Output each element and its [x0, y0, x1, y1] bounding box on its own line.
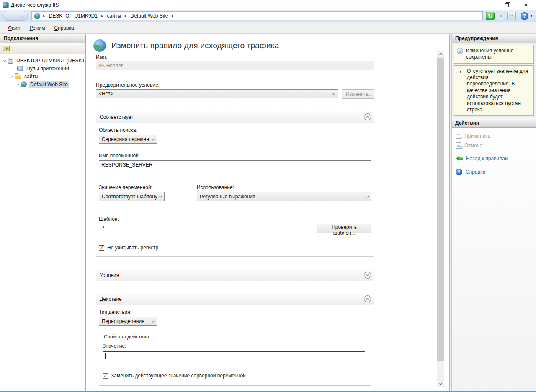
scope-select[interactable]: Серверная переменн: [99, 135, 157, 144]
address-bar: ← → ▸ DESKTOP-U1MK9D1 ▸ сайты ▸ Default …: [0, 10, 536, 22]
ignore-case-checkbox[interactable]: ✓: [99, 245, 104, 251]
close-icon: ✕: [524, 3, 528, 8]
chevron-up-icon: [439, 53, 442, 56]
menu-help[interactable]: Справка: [50, 23, 78, 33]
site-globe-icon: [21, 81, 27, 87]
connections-header: Подключения: [0, 34, 85, 43]
stop-button: ✕: [497, 12, 505, 20]
match-section-header[interactable]: Соответствует: [96, 111, 374, 123]
divider: [455, 165, 533, 165]
precondition-label: Предварительное условие:: [96, 82, 374, 88]
app-icon: [3, 2, 9, 8]
vertical-scrollbar[interactable]: [437, 51, 444, 387]
actions-pane: ✓ Применить ✕ Отмена Назад к правилам ? …: [452, 128, 536, 391]
action-type-label: Тип действия:: [99, 309, 371, 315]
feature-globe-icon: [93, 39, 106, 52]
minimize-button[interactable]: [478, 0, 497, 10]
value-input[interactable]: [103, 351, 365, 360]
action-type-select[interactable]: Переопределение: [99, 317, 157, 326]
help-link[interactable]: ? Справка: [455, 167, 533, 177]
warning-icon: !: [457, 69, 464, 75]
scrollbar-thumb[interactable]: [437, 58, 444, 361]
expand-button[interactable]: [364, 272, 371, 279]
apply-icon: ✓: [456, 133, 461, 139]
breadcrumb-sites[interactable]: сайты: [106, 13, 122, 19]
help-icon: ?: [456, 169, 462, 175]
chevron-down-icon: [152, 137, 155, 140]
minimize-icon: [485, 5, 490, 5]
variable-name-input[interactable]: [99, 160, 371, 169]
divider: [455, 152, 533, 152]
chevron-down-icon: [332, 92, 335, 95]
collapse-button[interactable]: [364, 113, 371, 120]
sites-folder-icon: [15, 74, 21, 79]
restore-button[interactable]: [497, 0, 516, 10]
tree-item-default-web-site[interactable]: Default Web Site: [0, 80, 85, 88]
back-nav-button[interactable]: ←: [6, 13, 12, 19]
cancel-button: ✕ Отмена: [455, 141, 533, 150]
save-connection-icon[interactable]: [3, 46, 10, 51]
action-properties-group: Свойства действия Значение: ✓ Заменить д…: [99, 337, 371, 386]
address-toolbar: ↻ ✕ ⌂ ? ▾: [486, 12, 532, 20]
page-header: Изменить правило для исходящего трафика: [93, 39, 374, 52]
connections-toolbar: [0, 43, 85, 54]
expander-icon[interactable]: [3, 59, 6, 62]
forward-nav-button[interactable]: →: [19, 13, 24, 19]
tree-item-sites[interactable]: сайты: [0, 72, 85, 80]
breadcrumb-site[interactable]: Default Web Site: [130, 13, 169, 19]
help-icon[interactable]: ?: [521, 12, 528, 20]
replace-value-label: Заменить действующее значение серверной …: [111, 373, 246, 379]
precondition-select[interactable]: <Нет>: [96, 89, 338, 98]
warning-alert-text: Отсутствует значение для действия переоп…: [467, 68, 531, 113]
right-pane: Предупреждения i Изменения успешно сохра…: [451, 34, 536, 391]
back-arrow-icon: [456, 156, 463, 161]
usage-select[interactable]: Регулярные выражения: [197, 192, 371, 201]
cancel-icon: ✕: [456, 142, 461, 149]
tree-item-server[interactable]: DESKTOP-U1MK9D1 (DESKTOI: [0, 56, 85, 64]
scroll-up-button[interactable]: [437, 51, 444, 58]
expander-icon[interactable]: [10, 75, 13, 78]
home-button[interactable]: ⌂: [507, 12, 516, 20]
back-to-rules-link[interactable]: Назад к правилам: [455, 154, 533, 163]
chevron-down-icon: [159, 195, 162, 197]
conditions-section: Условия: [96, 269, 374, 281]
help-dropdown-caret[interactable]: ▾: [531, 14, 532, 18]
conditions-section-header[interactable]: Условия: [96, 269, 374, 281]
name-label: Имя:: [96, 54, 374, 60]
action-properties-legend: Свойства действия: [102, 334, 150, 340]
scope-label: Область поиска:: [99, 127, 371, 133]
edit-precondition-button: Изменить...: [342, 89, 374, 99]
warnings-header: Предупреждения: [452, 34, 536, 43]
ignore-case-label: Не учитывать регистр: [107, 245, 158, 251]
variable-value-select[interactable]: Соответствует шаблону: [99, 192, 165, 201]
breadcrumb[interactable]: ▸ DESKTOP-U1MK9D1 ▸ сайты ▸ Default Web …: [31, 11, 483, 20]
connections-tree: DESKTOP-U1MK9D1 (DESKTOI Пулы приложений…: [0, 54, 85, 88]
ignore-case-row: ✓ Не учитывать регистр: [99, 245, 371, 251]
collapse-button[interactable]: [364, 295, 371, 302]
connections-panel: Подключения DESKTOP-U1MK9D1 (DESKTOI Пул…: [0, 34, 86, 391]
toolbar-divider: [518, 12, 518, 20]
tree-item-app-pools[interactable]: Пулы приложений: [0, 64, 85, 72]
breadcrumb-separator: ▸: [170, 14, 175, 18]
restore-icon: [505, 3, 509, 7]
chevron-up-icon: [366, 298, 369, 301]
name-input: [96, 61, 374, 70]
match-section: Соответствует Область поиска: Серверная …: [96, 111, 374, 257]
info-icon: i: [457, 48, 463, 54]
menu-view[interactable]: Режим: [26, 23, 49, 33]
breadcrumb-separator: ▸: [100, 14, 105, 18]
replace-value-checkbox[interactable]: ✓: [103, 373, 108, 379]
scroll-down-button[interactable]: [437, 380, 444, 387]
menu-file[interactable]: Файл: [4, 23, 25, 33]
expander-icon[interactable]: [16, 83, 19, 86]
action-section-header[interactable]: Действие: [96, 293, 374, 305]
pattern-input[interactable]: [99, 224, 316, 233]
chevron-up-icon: [366, 116, 369, 119]
pattern-label: Шаблон:: [99, 216, 371, 222]
chevron-down-icon: [439, 382, 442, 385]
test-pattern-button[interactable]: Проверить шаблон...: [317, 224, 371, 233]
site-globe-icon: [34, 13, 40, 19]
refresh-button[interactable]: ↻: [486, 12, 495, 20]
breadcrumb-server[interactable]: DESKTOP-U1MK9D1: [48, 13, 98, 19]
close-button[interactable]: ✕: [516, 0, 536, 10]
